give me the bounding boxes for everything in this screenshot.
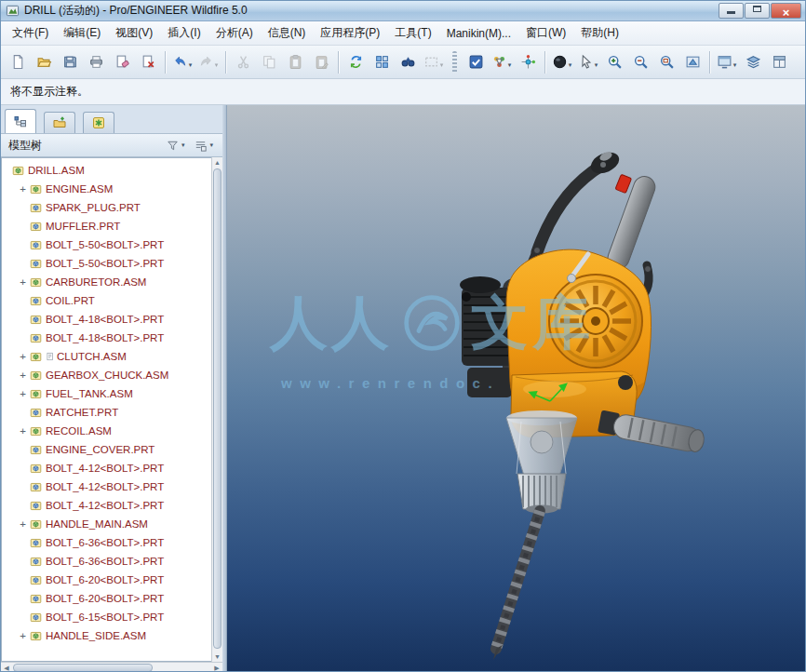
scroll-left-icon[interactable]: ◀ [1, 663, 12, 672]
tree-item[interactable]: BOLT_5-50<BOLT>.PRT [2, 254, 221, 273]
cut-button[interactable] [230, 49, 256, 75]
favorites-tab[interactable] [83, 112, 114, 133]
tree-item[interactable]: MUFFLER.PRT [2, 217, 221, 235]
paste-button[interactable] [282, 49, 308, 75]
tree-item[interactable]: DRILL.ASM [2, 161, 221, 180]
selection-filter-button[interactable]: ▾ [575, 49, 601, 75]
expand-icon[interactable]: + [17, 351, 29, 363]
spin-center-toggle-button[interactable] [515, 49, 541, 75]
menu-view[interactable]: 视图(V) [108, 22, 160, 44]
open-button[interactable] [31, 49, 57, 75]
tree-item[interactable]: BOLT_6-15<BOLT>.PRT [2, 608, 221, 626]
folder-browser-tab[interactable] [44, 112, 75, 133]
reorient-button[interactable] [679, 49, 705, 75]
minimize-button[interactable] [719, 3, 744, 19]
expand-icon[interactable]: + [17, 425, 29, 437]
tree-item[interactable]: RATCHET.PRT [2, 403, 221, 422]
chevron-down-icon[interactable]: ▾ [569, 61, 572, 69]
menu-manikin[interactable]: Manikin(M)... [439, 24, 518, 43]
select-by-box-button[interactable]: ▾ [421, 49, 447, 75]
undo-button[interactable]: ▾ [169, 49, 195, 75]
tree-item[interactable]: +CLUTCH.ASM [2, 347, 221, 366]
expand-icon[interactable]: + [17, 388, 29, 400]
delete-old-versions-button[interactable] [135, 49, 161, 75]
scroll-right-icon[interactable]: ▶ [211, 663, 222, 672]
tree-item[interactable]: +CARBURETOR.ASM [2, 273, 221, 291]
display-style-button[interactable]: ▾ [549, 49, 575, 75]
3d-model-drill[interactable] [227, 105, 806, 672]
refit-button[interactable] [653, 49, 679, 75]
chevron-down-icon[interactable]: ▾ [440, 61, 444, 69]
tree-item[interactable]: BOLT_6-20<BOLT>.PRT [2, 571, 221, 589]
saved-views-button[interactable]: ▾ [714, 49, 740, 75]
tree-item[interactable]: +FUEL_TANK.ASM [2, 384, 221, 403]
erase-not-displayed-button[interactable] [109, 49, 135, 75]
scrollbar-thumb[interactable] [13, 664, 153, 672]
tree-item[interactable]: BOLT_4-12<BOLT>.PRT [2, 496, 221, 515]
expand-icon[interactable]: + [17, 630, 29, 642]
menu-file[interactable]: 文件(F) [5, 22, 56, 44]
menu-help[interactable]: 帮助(H) [573, 22, 626, 44]
paste-special-button[interactable] [308, 49, 334, 75]
annotation-display-button[interactable]: ▾ [489, 49, 515, 75]
copy-button[interactable] [256, 49, 282, 75]
menu-tools[interactable]: 工具(T) [387, 22, 438, 44]
tree-item[interactable]: +HANDLE_MAIN.ASM [2, 515, 221, 533]
regenerate-manager-button[interactable] [369, 49, 395, 75]
model-tree-tab[interactable] [5, 109, 36, 133]
expand-icon[interactable]: + [17, 276, 29, 289]
datum-display-filters-button[interactable] [463, 49, 489, 75]
tree-item[interactable]: +HANDLE_SIDE.ASM [2, 626, 221, 645]
tree-horizontal-scrollbar[interactable]: ◀ ▶ [1, 662, 222, 672]
save-button[interactable] [57, 49, 83, 75]
toolbar-grip[interactable] [452, 51, 457, 74]
tree-item[interactable]: BOLT_6-36<BOLT>.PRT [2, 533, 221, 552]
print-button[interactable] [83, 49, 109, 75]
expand-icon[interactable]: + [17, 518, 29, 531]
scroll-down-icon[interactable]: ▼ [212, 652, 222, 662]
scroll-up-icon[interactable]: ▲ [212, 157, 222, 168]
zoom-out-button[interactable] [627, 49, 653, 75]
menu-window[interactable]: 窗口(W) [518, 22, 573, 44]
tree-filter-button[interactable]: ▾ [166, 139, 185, 153]
view-manager-button[interactable] [766, 49, 792, 75]
tree-item[interactable]: BOLT_4-18<BOLT>.PRT [2, 329, 221, 347]
chevron-down-icon[interactable]: ▾ [595, 61, 598, 69]
close-button[interactable] [771, 3, 801, 19]
menu-applications[interactable]: 应用程序(P) [313, 22, 387, 44]
expand-icon[interactable]: + [17, 370, 29, 382]
maximize-button[interactable] [745, 3, 770, 19]
tree-item[interactable]: BOLT_6-20<BOLT>.PRT [2, 589, 221, 608]
tree-item[interactable]: BOLT_4-12<BOLT>.PRT [2, 477, 221, 496]
layers-button[interactable] [740, 49, 766, 75]
tree-item[interactable]: ENGINE_COVER.PRT [2, 440, 221, 459]
graphics-viewport[interactable]: 人人 文库 www.renrendoc. [226, 105, 806, 672]
tree-settings-button[interactable]: ▾ [194, 139, 213, 153]
chevron-down-icon[interactable]: ▾ [189, 61, 193, 69]
expand-icon[interactable]: + [17, 183, 29, 195]
tree-item[interactable]: SPARK_PLUG.PRT [2, 198, 221, 217]
regenerate-button[interactable] [343, 49, 369, 75]
menu-edit[interactable]: 编辑(E) [56, 22, 108, 44]
scrollbar-thumb[interactable] [213, 168, 222, 649]
menu-insert[interactable]: 插入(I) [160, 22, 208, 44]
menu-info[interactable]: 信息(N) [261, 22, 314, 44]
tree-item[interactable]: +ENGINE.ASM [2, 180, 221, 198]
tree-item[interactable]: BOLT_6-36<BOLT>.PRT [2, 552, 221, 571]
zoom-in-button[interactable] [601, 49, 627, 75]
tree-item[interactable]: +GEARBOX_CHUCK.ASM [2, 366, 221, 384]
menu-analysis[interactable]: 分析(A) [208, 22, 261, 44]
redo-button[interactable]: ▾ [195, 49, 222, 75]
tree-item[interactable]: +RECOIL.ASM [2, 422, 221, 440]
tree-vertical-scrollbar[interactable]: ▲ ▼ [211, 157, 222, 662]
part-icon [29, 332, 43, 344]
new-file-button[interactable] [5, 49, 31, 75]
tree-item[interactable]: BOLT_4-18<BOLT>.PRT [2, 310, 221, 329]
tree-item[interactable]: BOLT_4-12<BOLT>.PRT [2, 459, 221, 477]
chevron-down-icon[interactable]: ▾ [508, 61, 512, 69]
find-button[interactable] [395, 49, 421, 75]
tree-item[interactable]: COIL.PRT [2, 291, 221, 310]
chevron-down-icon[interactable]: ▾ [215, 61, 219, 69]
chevron-down-icon[interactable]: ▾ [733, 61, 737, 69]
tree-item[interactable]: BOLT_5-50<BOLT>.PRT [2, 235, 221, 254]
